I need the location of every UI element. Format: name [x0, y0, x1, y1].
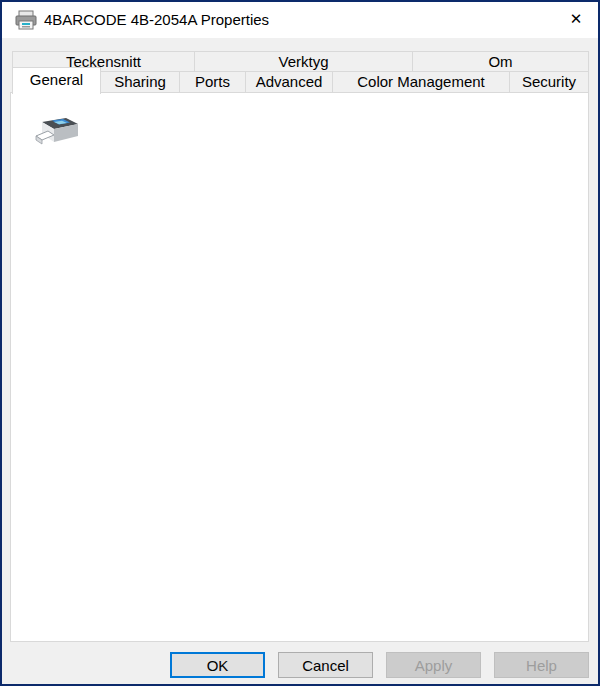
ok-button[interactable]: OK [170, 652, 265, 678]
tab-ports[interactable]: Ports [179, 71, 246, 93]
properties-dialog: 4BARCODE 4B-2054A Properties ✕ Teckensni… [0, 0, 600, 686]
printer-large-icon [32, 114, 84, 156]
title-bar: 4BARCODE 4B-2054A Properties ✕ [2, 2, 598, 38]
window-title: 4BARCODE 4B-2054A Properties [44, 11, 269, 28]
printer-icon [14, 10, 38, 30]
help-button: Help [494, 652, 589, 678]
tab-sharing[interactable]: Sharing [100, 71, 180, 93]
tab-om[interactable]: Om [412, 51, 589, 72]
tab-advanced[interactable]: Advanced [245, 71, 333, 93]
close-button[interactable]: ✕ [554, 2, 598, 36]
tab-security[interactable]: Security [509, 71, 589, 93]
tab-general[interactable]: General [12, 67, 101, 94]
apply-button: Apply [386, 652, 481, 678]
cancel-button[interactable]: Cancel [278, 652, 373, 678]
close-icon: ✕ [570, 10, 583, 28]
tab-verktyg[interactable]: Verktyg [194, 51, 413, 72]
general-tab-panel [10, 92, 589, 642]
tab-color-management[interactable]: Color Management [332, 71, 510, 93]
